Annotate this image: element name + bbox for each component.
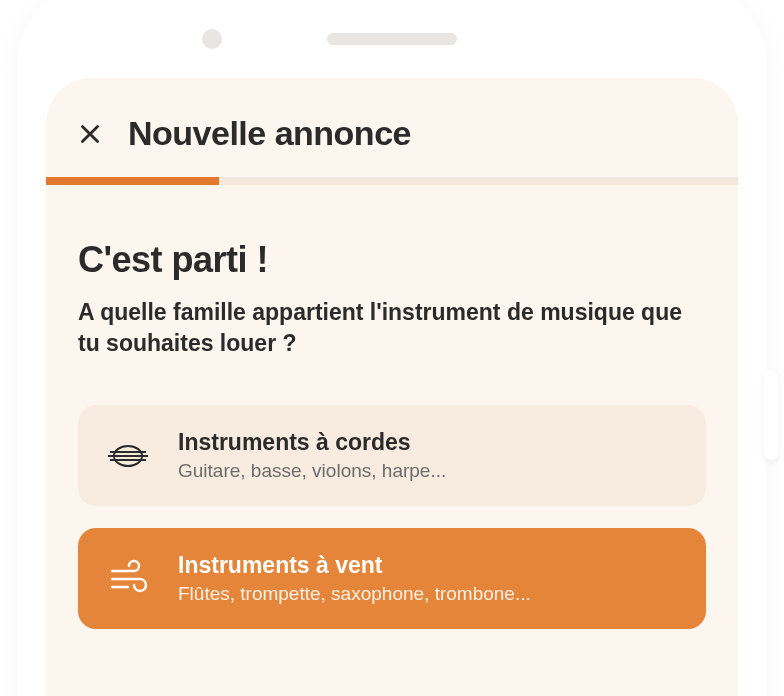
option-instruments-cordes[interactable]: Instruments à cordes Guitare, basse, vio… xyxy=(78,405,706,506)
option-text: Instruments à vent Flûtes, trompette, sa… xyxy=(178,552,531,605)
option-instruments-vent[interactable]: Instruments à vent Flûtes, trompette, sa… xyxy=(78,528,706,629)
phone-hardware-top xyxy=(32,0,752,78)
option-text: Instruments à cordes Guitare, basse, vio… xyxy=(178,429,446,482)
option-title: Instruments à cordes xyxy=(178,429,446,456)
speaker-slot xyxy=(327,33,457,45)
option-subtitle: Flûtes, trompette, saxophone, trombone..… xyxy=(178,583,531,605)
content-subheading: A quelle famille appartient l'instrument… xyxy=(78,297,706,359)
content-area: C'est parti ! A quelle famille appartien… xyxy=(46,185,738,629)
header: Nouvelle annonce xyxy=(46,78,738,177)
option-subtitle: Guitare, basse, violons, harpe... xyxy=(178,460,446,482)
close-button[interactable] xyxy=(74,118,106,150)
phone-frame: Nouvelle annonce C'est parti ! A quelle … xyxy=(32,0,752,696)
content-heading: C'est parti ! xyxy=(78,239,706,281)
progress-bar xyxy=(46,177,738,185)
app-screen: Nouvelle annonce C'est parti ! A quelle … xyxy=(46,78,738,696)
camera-dot xyxy=(202,29,222,49)
phone-side-button xyxy=(764,370,778,460)
strings-icon xyxy=(104,432,152,480)
option-title: Instruments à vent xyxy=(178,552,531,579)
wind-icon xyxy=(104,555,152,603)
close-icon xyxy=(77,121,103,147)
page-title: Nouvelle annonce xyxy=(128,114,411,153)
progress-fill xyxy=(46,177,219,185)
